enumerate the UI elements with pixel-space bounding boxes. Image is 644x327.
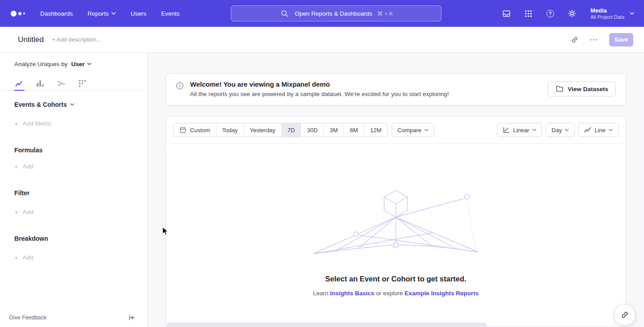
plus-icon: +	[14, 120, 18, 127]
chevron-down-icon	[70, 103, 74, 106]
logo-dot	[23, 13, 25, 14]
report-type-tabs	[0, 77, 147, 91]
add-metric-label: Add Metric	[23, 120, 52, 127]
plus-icon: +	[14, 209, 18, 215]
folder-icon	[555, 85, 564, 93]
breakdown-heading: Breakdown	[14, 235, 147, 243]
welcome-banner: Welcome! You are viewing a Mixpanel demo…	[165, 73, 626, 105]
formulas-heading: Formulas	[14, 146, 147, 154]
chevron-down-icon	[532, 129, 536, 131]
view-datasets-button[interactable]: View Datasets	[548, 81, 616, 96]
banner-subtitle: All the reports you see are powered by a…	[190, 91, 449, 97]
plus-icon: +	[14, 163, 18, 170]
example-reports-link[interactable]: Example Insights Reports	[405, 290, 479, 297]
banner-text: Welcome! You are viewing a Mixpanel demo…	[190, 80, 449, 97]
chevron-down-icon	[630, 12, 634, 15]
chart-type-dropdown[interactable]: Line	[578, 123, 619, 137]
tab-flows[interactable]	[56, 79, 67, 88]
global-search-input[interactable]: Open Reports & Dashboards ⌘ + K	[231, 5, 441, 21]
report-title[interactable]: Untitled	[18, 35, 44, 44]
plus-icon: +	[14, 254, 18, 261]
insights-basics-link[interactable]: Insights Basics	[330, 290, 374, 297]
calendar-icon	[179, 126, 186, 134]
bottom-panel-edge	[165, 323, 487, 327]
date-range-control: Custom Today Yesterday 7D 30D 3M 6M 12M	[173, 123, 388, 137]
chart-display-controls: Linear Day Line	[497, 123, 619, 137]
nav-item-reports[interactable]: Reports	[88, 10, 116, 17]
search-shortcut: ⌘ + K	[377, 10, 393, 17]
events-cohorts-label: Events & Cohorts	[14, 101, 67, 108]
give-feedback-link[interactable]: Give Feedback	[9, 314, 47, 321]
empty-state: Select an Event or Cohort to get started…	[166, 144, 626, 297]
project-scope: All Project Data	[590, 14, 624, 20]
range-yesterday[interactable]: Yesterday	[244, 123, 281, 137]
info-icon	[176, 82, 184, 97]
range-7d[interactable]: 7D	[281, 123, 301, 137]
project-selector[interactable]: Media All Project Data	[590, 7, 634, 20]
add-description-field[interactable]: + Add description...	[52, 36, 102, 43]
nav-item-events[interactable]: Events	[161, 10, 179, 17]
share-link-fab[interactable]	[614, 304, 636, 326]
range-30d[interactable]: 30D	[301, 123, 323, 137]
project-info: Media All Project Data	[590, 7, 624, 20]
interval-dropdown[interactable]: Day	[546, 123, 575, 137]
report-header-actions: ⋯ Save	[571, 33, 633, 46]
help-icon[interactable]: ?	[545, 10, 555, 17]
primary-nav: Dashboards Reports Users Events	[40, 10, 180, 17]
help-glyph: ?	[547, 10, 554, 17]
report-toolbar: Custom Today Yesterday 7D 30D 3M 6M 12M …	[166, 117, 626, 144]
empty-sub-text: Learn	[313, 290, 329, 297]
app-window: Dashboards Reports Users Events Open Rep…	[0, 0, 644, 327]
mixpanel-logo[interactable]	[11, 11, 25, 17]
copy-link-icon[interactable]	[571, 36, 579, 44]
apps-grid-icon[interactable]	[523, 9, 534, 18]
formulas-label: Formulas	[14, 147, 42, 154]
chevron-down-icon	[424, 129, 428, 131]
chevron-down-icon	[609, 129, 613, 131]
events-cohorts-header[interactable]: Events & Cohorts	[14, 101, 147, 109]
chevron-down-icon	[87, 63, 91, 65]
tab-insights[interactable]	[14, 79, 25, 88]
line-chart-icon	[584, 126, 591, 134]
nav-label: Events	[161, 10, 179, 17]
nav-item-dashboards[interactable]: Dashboards	[40, 10, 73, 17]
logo-dot	[11, 11, 17, 17]
add-filter-button[interactable]: + Add	[14, 208, 147, 216]
tab-retention[interactable]	[77, 79, 88, 88]
nav-label: Reports	[88, 10, 109, 17]
compare-dropdown[interactable]: Compare	[392, 123, 434, 137]
analyze-by-row: Analyze Uniques by User	[14, 60, 147, 68]
nav-item-users[interactable]: Users	[131, 10, 146, 17]
search-placeholder: Open Reports & Dashboards	[295, 10, 372, 17]
range-3m[interactable]: 3M	[323, 123, 343, 137]
filter-label: Filter	[14, 189, 30, 197]
report-header: Untitled + Add description... ⋯ Save	[0, 27, 644, 53]
scale-label: Linear	[513, 127, 529, 134]
save-button[interactable]: Save	[609, 33, 633, 46]
banner-title: Welcome! You are viewing a Mixpanel demo	[190, 80, 449, 88]
top-nav: Dashboards Reports Users Events Open Rep…	[0, 0, 644, 27]
inbox-icon[interactable]	[501, 9, 512, 18]
gear-icon[interactable]	[567, 9, 577, 18]
range-today[interactable]: Today	[216, 123, 244, 137]
view-datasets-label: View Datasets	[568, 86, 608, 92]
compare-label: Compare	[398, 127, 421, 134]
add-breakdown-label: Add	[23, 254, 34, 261]
empty-state-title: Select an Event or Cohort to get started…	[166, 275, 626, 283]
sidebar-footer: Give Feedback	[0, 308, 147, 327]
add-formula-button[interactable]: + Add	[14, 162, 147, 170]
range-12m[interactable]: 12M	[364, 123, 387, 137]
collapse-sidebar-icon[interactable]	[128, 314, 136, 321]
tab-funnels[interactable]	[35, 79, 46, 88]
scale-dropdown[interactable]: Linear	[497, 123, 542, 137]
project-name: Media	[590, 7, 624, 14]
range-6m[interactable]: 6M	[343, 123, 364, 137]
more-options-button[interactable]: ⋯	[589, 35, 598, 44]
range-custom[interactable]: Custom	[174, 123, 216, 137]
insights-report-card: Custom Today Yesterday 7D 30D 3M 6M 12M …	[165, 116, 626, 326]
analyze-by-dropdown[interactable]: User	[71, 61, 91, 67]
add-breakdown-button[interactable]: + Add	[14, 253, 147, 261]
analyze-by-value: User	[71, 61, 85, 67]
search-icon	[279, 10, 290, 17]
add-metric-button[interactable]: + Add Metric	[14, 119, 147, 127]
